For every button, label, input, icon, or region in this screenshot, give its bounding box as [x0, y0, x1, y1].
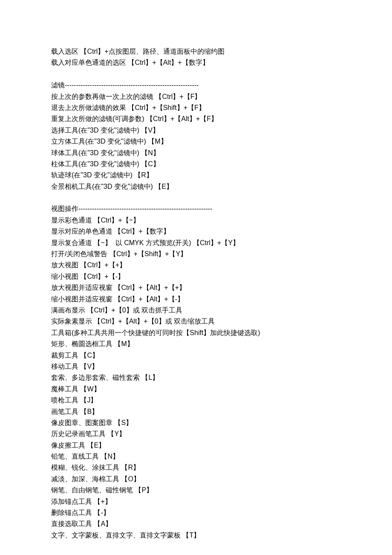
text-line: 载入对应单色通道的选区 【Ctrl】+【Alt】+【数字】	[51, 57, 341, 68]
text-line: 载入选区 【Ctrl】+点按图层、路径、通道面板中的缩约图	[51, 46, 341, 57]
text-line: 减淡、加深、海棉工具 【O】	[51, 474, 341, 485]
text-line: 缩小视图 【Ctrl】+【-】	[51, 271, 341, 282]
blank-line	[51, 192, 341, 203]
text-line: 矩形、椭圆选框工具 【M】	[51, 338, 341, 350]
text-line: 历史记录画笔工具 【Y】	[51, 428, 341, 439]
text-line: 套索、多边形套索、磁性套索 【L】	[51, 372, 341, 383]
blank-line	[51, 69, 341, 80]
text-line: 轨迹球(在"3D 变化"滤镜中) 【R】	[51, 170, 341, 181]
text-line: 像皮图章、图案图章 【S】	[51, 417, 341, 428]
text-line: 显示彩色通道 【Ctrl】+【~】	[51, 215, 341, 226]
text-line: 满画布显示 【Ctrl】+【0】或 双击抓手工具	[51, 305, 341, 316]
text-line: 像皮擦工具 【E】	[51, 440, 341, 451]
text-line: 画笔工具 【B】	[51, 406, 341, 417]
text-line: 喷枪工具 【J】	[51, 395, 341, 406]
text-line: 打开/关闭色域警告 【Ctrl】+【Shift】+【Y】	[51, 249, 341, 260]
text-line: 放大视图并适应视窗 【Ctrl】+【Alt】+【+】	[51, 282, 341, 293]
text-line: 添加锚点工具 【+】	[51, 496, 341, 507]
text-line: 钢笔、自由钢笔、磁性钢笔 【P】	[51, 485, 341, 496]
text-line: 视图操作------------------------------------…	[51, 203, 341, 214]
text-line: 选择工具(在"3D 变化"滤镜中) 【V】	[51, 125, 341, 136]
text-line: 显示对应的单色通道 【Ctrl】+【数字】	[51, 226, 341, 237]
text-line: 直接选取工具 【A】	[51, 518, 341, 529]
document-page: 载入选区 【Ctrl】+点按图层、路径、通道面板中的缩约图载入对应单色通道的选区…	[0, 0, 392, 555]
text-line: 退去上次所做滤镜的效果 【Ctrl】+【Shift】+【F】	[51, 102, 341, 113]
text-line: 删除锚点工具 【-】	[51, 507, 341, 518]
text-line: 裁剪工具 【C】	[51, 350, 341, 361]
text-line: 柱体工具(在"3D 变化"滤镜中) 【C】	[51, 159, 341, 170]
text-line: 实际象素显示 【Ctrl】+【Alt】+【0】或 双击缩放工具	[51, 316, 341, 327]
text-line: 显示复合通道 【~】 以 CMYK 方式预览(开关) 【Ctrl】+【Y】	[51, 237, 341, 249]
text-line: 滤镜--------------------------------------…	[51, 80, 341, 91]
text-line: 立方体工具(在"3D 变化"滤镜中) 【M】	[51, 136, 341, 147]
text-line: 放大视图 【Ctrl】+【+】	[51, 260, 341, 271]
text-line: 文字、文字蒙板、直排文字、直排文字蒙板 【T】	[51, 530, 341, 541]
text-line: 重复上次所做的滤镜(可调参数) 【Ctrl】+【Alt】+【F】	[51, 113, 341, 124]
text-line: 按上次的参数再做一次上次的滤镜 【Ctrl】+【F】	[51, 91, 341, 102]
text-line: 魔棒工具 【W】	[51, 384, 341, 395]
text-line: 球体工具(在"3D 变化"滤镜中) 【N】	[51, 147, 341, 159]
text-line: 模糊、锐化、涂抹工具 【R】	[51, 462, 341, 473]
text-line: 移动工具 【V】	[51, 361, 341, 372]
text-line: 铅笔、直线工具 【N】	[51, 451, 341, 462]
text-line: 工具箱(多种工具共用一个快捷键的可同时按【Shift】加此快捷键选取)	[51, 327, 341, 338]
text-line: 全景相机工具(在"3D 变化"滤镜中) 【E】	[51, 181, 341, 192]
text-line: 缩小视图并适应视窗 【Ctrl】+【Alt】+【-】	[51, 294, 341, 305]
